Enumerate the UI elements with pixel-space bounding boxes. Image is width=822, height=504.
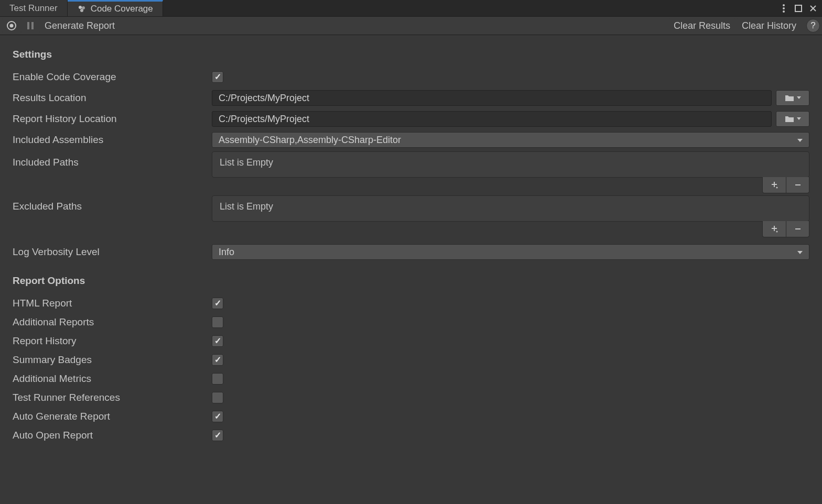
question-icon: ?: [810, 20, 815, 31]
svg-point-15: [776, 187, 778, 189]
history-browse-button[interactable]: [776, 111, 809, 127]
svg-point-10: [10, 24, 14, 28]
verbosity-label: Log Verbosity Level: [13, 246, 212, 258]
svg-point-3: [783, 4, 785, 6]
plus-icon: [770, 225, 778, 233]
report-option-label: Test Runner References: [13, 392, 212, 403]
report-option-label: Auto Generate Report: [13, 411, 212, 422]
report-option-checkbox[interactable]: [212, 316, 223, 328]
list-empty-text: List is Empty: [220, 201, 273, 212]
button-label: Generate Report: [45, 20, 115, 31]
field-value: C:/Projects/MyProject: [219, 114, 309, 125]
report-option-row: HTML Report: [13, 294, 809, 313]
included-paths-list[interactable]: List is Empty: [212, 151, 809, 178]
excluded-paths-list[interactable]: List is Empty: [212, 195, 809, 222]
record-button[interactable]: [2, 18, 21, 33]
svg-point-0: [79, 6, 82, 9]
report-option-row: Additional Metrics: [13, 369, 809, 388]
included-paths-remove-button[interactable]: [786, 177, 809, 193]
report-option-row: Auto Generate Report: [13, 407, 809, 426]
report-option-checkbox[interactable]: [212, 354, 223, 366]
report-option-checkbox[interactable]: [212, 373, 223, 385]
panel-body: Settings Enable Code Coverage Results Lo…: [0, 35, 822, 456]
report-option-checkbox[interactable]: [212, 298, 223, 309]
report-option-row: Test Runner References: [13, 388, 809, 407]
close-icon[interactable]: [807, 3, 819, 14]
folder-icon: [785, 94, 794, 102]
help-button[interactable]: ?: [806, 19, 820, 32]
pause-button[interactable]: [21, 18, 40, 33]
settings-heading: Settings: [13, 49, 809, 60]
svg-rect-12: [31, 22, 34, 29]
verbosity-dropdown[interactable]: Info: [212, 244, 809, 260]
excluded-paths-add-button[interactable]: [763, 221, 786, 237]
tab-label: Code Coverage: [91, 4, 153, 14]
included-assemblies-dropdown[interactable]: Assembly-CSharp,Assembly-CSharp-Editor: [212, 132, 809, 148]
results-location-label: Results Location: [13, 92, 212, 104]
minus-icon: [794, 181, 802, 189]
history-location-label: Report History Location: [13, 113, 212, 125]
svg-rect-11: [27, 22, 29, 29]
report-option-checkbox[interactable]: [212, 392, 223, 403]
svg-point-2: [80, 9, 83, 12]
generate-report-button[interactable]: Generate Report: [40, 18, 120, 33]
report-options-heading: Report Options: [13, 275, 809, 287]
results-browse-button[interactable]: [776, 90, 809, 106]
button-label: Clear Results: [674, 20, 730, 31]
report-option-checkbox[interactable]: [212, 430, 223, 441]
svg-point-4: [783, 7, 785, 9]
report-option-checkbox[interactable]: [212, 411, 223, 422]
svg-point-1: [82, 6, 85, 9]
svg-rect-6: [795, 5, 802, 12]
report-option-label: HTML Report: [13, 298, 212, 309]
included-assemblies-label: Included Assemblies: [13, 134, 212, 146]
report-option-checkbox[interactable]: [212, 335, 223, 347]
report-option-row: Report History: [13, 332, 809, 350]
included-paths-add-button[interactable]: [763, 177, 786, 193]
window-controls: [778, 0, 819, 16]
clear-history-button[interactable]: Clear History: [737, 18, 801, 33]
excluded-paths-label: Excluded Paths: [13, 195, 212, 212]
svg-point-19: [776, 231, 778, 233]
button-label: Clear History: [742, 20, 796, 31]
list-empty-text: List is Empty: [220, 157, 273, 168]
clear-results-button[interactable]: Clear Results: [669, 18, 735, 33]
coverage-icon: [77, 4, 86, 14]
report-option-label: Additional Metrics: [13, 373, 212, 385]
enable-coverage-checkbox[interactable]: [212, 71, 223, 83]
report-option-row: Auto Open Report: [13, 426, 809, 445]
report-option-row: Additional Reports: [13, 313, 809, 332]
svg-point-5: [783, 10, 785, 13]
chevron-down-icon: [797, 96, 801, 100]
field-value: C:/Projects/MyProject: [219, 93, 309, 104]
tab-bar: Test Runner Code Coverage: [0, 0, 822, 16]
included-paths-label: Included Paths: [13, 151, 212, 168]
tab-test-runner[interactable]: Test Runner: [0, 0, 68, 16]
history-location-field[interactable]: C:/Projects/MyProject: [212, 111, 772, 127]
tab-code-coverage[interactable]: Code Coverage: [68, 0, 163, 16]
toolbar: Generate Report Clear Results Clear Hist…: [0, 16, 822, 35]
dropdown-value: Info: [219, 247, 234, 258]
report-option-label: Auto Open Report: [13, 430, 212, 441]
folder-icon: [785, 115, 794, 123]
chevron-down-icon: [797, 117, 801, 120]
excluded-paths-remove-button[interactable]: [786, 221, 809, 237]
tab-label: Test Runner: [9, 3, 58, 14]
report-option-label: Report History: [13, 335, 212, 347]
kebab-menu-icon[interactable]: [778, 3, 789, 14]
report-option-label: Summary Badges: [13, 354, 212, 366]
minus-icon: [794, 225, 802, 233]
plus-icon: [770, 181, 778, 189]
maximize-icon[interactable]: [793, 3, 804, 14]
report-option-row: Summary Badges: [13, 350, 809, 369]
enable-coverage-label: Enable Code Coverage: [13, 71, 212, 83]
report-option-label: Additional Reports: [13, 316, 212, 328]
results-location-field[interactable]: C:/Projects/MyProject: [212, 90, 772, 106]
dropdown-value: Assembly-CSharp,Assembly-CSharp-Editor: [219, 135, 401, 146]
